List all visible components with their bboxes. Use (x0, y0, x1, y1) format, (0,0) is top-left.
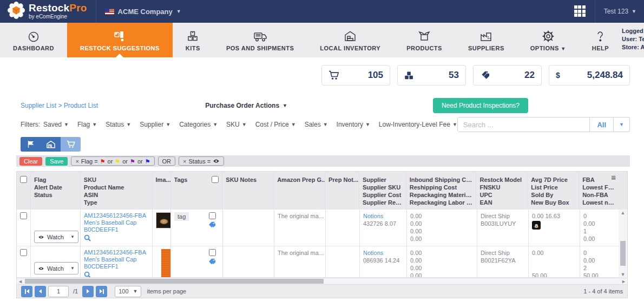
header-tags[interactable]: Tags (171, 172, 223, 210)
items-per-page-select[interactable]: 100 ▼ (115, 286, 141, 297)
remove-filter-icon[interactable]: × (75, 158, 78, 165)
filter-sku[interactable]: SKU▼ (226, 121, 247, 128)
filter-flag[interactable]: Flag▼ (77, 121, 97, 128)
header-amazon-prep[interactable]: Amazon Prep G... (274, 172, 325, 210)
tab-pos-and-shipments[interactable]: POS AND SHIPMENTS (213, 23, 307, 57)
last-page-button[interactable] (96, 286, 107, 297)
header-prep-notes[interactable]: Prep Not... (325, 172, 359, 210)
column-menu-icon[interactable]: ≡ (611, 175, 616, 180)
save-filters-button[interactable]: Save (45, 157, 68, 166)
tag-icon[interactable] (208, 221, 216, 228)
vertical-scrollbar[interactable]: ▲ ▼ (619, 210, 627, 278)
product-image[interactable] (161, 249, 171, 277)
pagination-bar: /1 100 ▼ items per page 1 - 4 of 4 items (16, 285, 628, 298)
header-flag[interactable]: FlagAlert DateStatus (31, 172, 81, 210)
product-name-link[interactable]: Men's Baseball Cap (84, 219, 149, 226)
tab-options[interactable]: OPTIONS ▼ (517, 23, 579, 57)
header-price[interactable]: Avg 7D PriceList PriceSold ByNew Buy Box (528, 172, 579, 210)
filter-categories[interactable]: Categories▼ (179, 121, 218, 128)
flag-filter-chip[interactable]: × Flag = ⚑ or ⚑ or ⚑ or ⚑ (71, 156, 154, 166)
supplier-link[interactable]: Notions (363, 213, 383, 219)
filter-low-inventory-level-fee[interactable]: Low-Inventory-Level Fee▼ (379, 121, 457, 128)
breadcrumb-supplier-list[interactable]: Supplier List (21, 102, 56, 109)
need-product-inspections-button[interactable]: Need Product Inspections? (433, 98, 528, 113)
tag-chip[interactable]: tag (174, 212, 189, 221)
filter-sales[interactable]: Sales▼ (305, 121, 328, 128)
stat-pallets[interactable]: 53 (397, 65, 466, 86)
search-scope-dropdown[interactable]: ▼ (613, 117, 629, 132)
tags-column-checkbox[interactable] (212, 176, 219, 183)
header-inbound[interactable]: Inbound Shipping Cost...Reshipping CostR… (406, 172, 477, 210)
header-restock-model[interactable]: Restock ModelFNSKUUPCEAN (476, 172, 528, 210)
horizontal-scroll-thumb[interactable] (25, 279, 324, 284)
magnifier-icon[interactable] (84, 234, 91, 241)
tag-icon[interactable] (208, 258, 216, 265)
breadcrumb-product-list[interactable]: Product List (64, 102, 98, 109)
next-page-button[interactable] (82, 286, 94, 297)
stat-tags[interactable]: 22 (473, 65, 542, 86)
tag-row-checkbox[interactable] (209, 249, 216, 256)
filter-inventory[interactable]: Inventory▼ (337, 121, 370, 128)
header-sku[interactable]: SKUProduct NameASINType (81, 172, 153, 210)
user-menu[interactable]: Test 123 ▼ (604, 8, 636, 15)
status-watch-select[interactable]: Watch ▼ (34, 262, 78, 274)
sku-link[interactable]: AM123456123456-FBA (84, 212, 149, 219)
status-watch-select[interactable]: Watch ▼ (34, 231, 78, 243)
filter-status[interactable]: Status▼ (106, 121, 131, 128)
row-checkbox[interactable] (20, 212, 27, 219)
page-number-input[interactable] (48, 286, 69, 297)
stat-carts[interactable]: 105 (321, 65, 390, 86)
asin-link[interactable]: B0CDEEFF1 (84, 226, 149, 233)
inbound-costs-cell: 0.000.000.000.00 (407, 246, 477, 277)
scroll-left-icon[interactable]: ◄ (17, 279, 24, 284)
brand-logo[interactable]: RestockPro by eComEngine (8, 2, 87, 21)
prev-page-button[interactable] (35, 286, 46, 297)
filter-supplier[interactable]: Supplier▼ (140, 121, 170, 128)
scroll-right-icon[interactable]: ► (620, 279, 627, 284)
status-filter-chip[interactable]: × Status = (179, 156, 224, 166)
header-image[interactable]: Ima... (153, 172, 171, 210)
filter-cost-price[interactable]: Cost / Price▼ (255, 121, 296, 128)
sku-link[interactable]: AM123456123456-FBA (84, 249, 149, 256)
tab-kits[interactable]: KITS (173, 23, 213, 57)
tab-restock-suggestions[interactable]: RESTOCK SUGGESTIONS (67, 23, 173, 57)
company-selector[interactable]: ACME Company ▼ (105, 8, 181, 16)
apps-grid-icon[interactable] (574, 5, 586, 17)
filters-label: Filters: (21, 121, 40, 128)
vertical-scroll-thumb[interactable] (620, 241, 626, 266)
select-all-checkbox[interactable] (20, 176, 27, 183)
clear-filters-button[interactable]: Clear (19, 157, 42, 166)
header-sku-notes[interactable]: SKU Notes (222, 172, 274, 210)
tab-products[interactable]: PRODUCTS (393, 23, 455, 57)
horizontal-scrollbar[interactable]: ◄ ► (16, 278, 628, 285)
fnsku: B0021F62YA (481, 257, 516, 264)
tab-suppliers[interactable]: SUPPLIERS (455, 23, 517, 57)
scroll-down-icon[interactable]: ▼ (621, 271, 626, 278)
asin-link[interactable]: B0CDEEFF1 (84, 263, 149, 270)
product-name-link[interactable]: Men's Baseball Cap (84, 256, 149, 263)
header-fba[interactable]: FBALowest FBANon-FBALowest non-FB... ≡ (579, 172, 619, 210)
header-supplier[interactable]: SupplierSupplier SKUSupplier CostSupplie… (359, 172, 406, 210)
company-name: ACME Company (118, 8, 173, 16)
tab-local-inventory[interactable]: LOCAL INVENTORY (307, 23, 393, 57)
stat-total[interactable]: $ 5,248.84 (549, 65, 630, 86)
warehouse-view-button[interactable] (41, 137, 61, 152)
product-image[interactable] (156, 212, 171, 228)
scroll-up-icon[interactable]: ▲ (621, 210, 626, 216)
chevron-down-icon: ▼ (70, 265, 75, 272)
row-checkbox[interactable] (20, 249, 27, 256)
flag-view-button[interactable] (21, 137, 41, 152)
first-page-button[interactable] (21, 286, 32, 297)
filter-saved[interactable]: Saved▼ (43, 121, 69, 128)
cart-view-button[interactable] (61, 137, 81, 152)
supplier-link[interactable]: Notions (363, 250, 383, 256)
purple-flag-icon: ⚑ (130, 159, 135, 164)
tab-help[interactable]: HELP (579, 23, 622, 57)
search-input[interactable] (458, 117, 590, 132)
search-scope-all[interactable]: All (589, 117, 613, 132)
purchase-order-actions-dropdown[interactable]: Purchase Order Actions▼ (205, 102, 287, 109)
tag-row-checkbox[interactable] (209, 212, 216, 219)
tab-dashboard[interactable]: DASHBOARD (0, 23, 67, 57)
remove-filter-icon[interactable]: × (183, 158, 186, 165)
magnifier-icon[interactable] (84, 271, 91, 277)
